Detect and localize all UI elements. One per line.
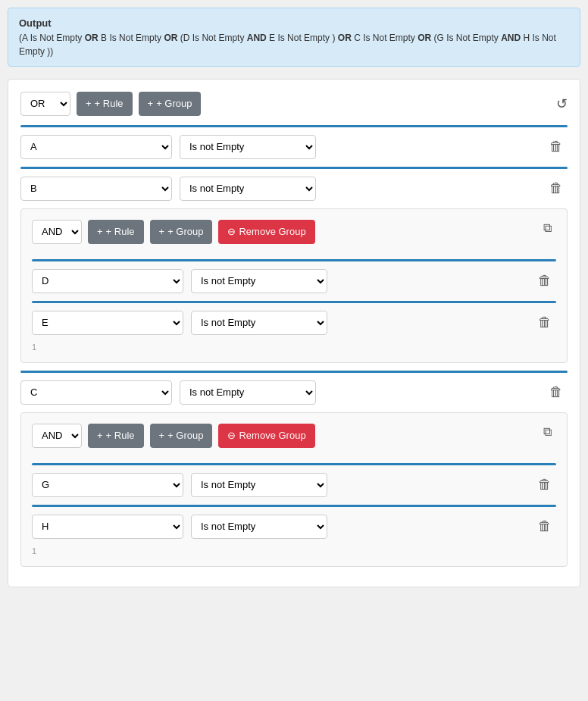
add-rule-label: + Rule: [95, 98, 124, 109]
rule-h-condition-select[interactable]: Is not EmptyIs EmptyEqualsNot EqualsCont…: [191, 515, 327, 539]
rule-e-condition-select[interactable]: Is not EmptyIs EmptyEqualsNot EqualsCont…: [191, 311, 327, 335]
rule-row-g: ABCDEGH Is not EmptyIs EmptyEqualsNot Eq…: [32, 473, 556, 497]
group-1-divider-2: [32, 301, 556, 303]
group-2-footer: 1: [32, 546, 556, 555]
rule-a-delete-button[interactable]: 🗑: [545, 137, 568, 156]
rule-row-b: ABCDEGH Is not EmptyIs EmptyEqualsNot Eq…: [20, 177, 568, 201]
group-1-add-rule-label: + Rule: [106, 226, 135, 237]
rule-d-field-select[interactable]: ABCDEGH: [32, 269, 183, 293]
group-2-add-group-button[interactable]: + + Group: [150, 424, 213, 448]
rule-row-e: ABCDEGH Is not EmptyIs EmptyEqualsNot Eq…: [32, 311, 556, 335]
minus-icon-g1: ⊖: [227, 226, 236, 237]
rule-g-condition-select[interactable]: Is not EmptyIs EmptyEqualsNot EqualsCont…: [191, 473, 327, 497]
root-toolbar: OR AND + + Rule + + Group ↺: [20, 92, 568, 116]
group-1-count: 1: [32, 343, 36, 352]
group-2-count: 1: [32, 546, 36, 555]
rule-row-a: ABCDEGH Is not EmptyIs EmptyEqualsNot Eq…: [20, 135, 568, 159]
group-2: ANDOR + + Rule + + Group ⊖ Remove Group …: [20, 412, 568, 567]
group-1-toolbar: ANDOR + + Rule + + Group ⊖ Remove Group: [32, 220, 315, 244]
group-1-operator-select[interactable]: ANDOR: [32, 220, 82, 244]
group-1-footer: 1: [32, 343, 556, 352]
rule-c-delete-button[interactable]: 🗑: [545, 383, 568, 402]
group-1-add-group-button[interactable]: + + Group: [150, 220, 213, 244]
rule-a-field-select[interactable]: ABCDEGH: [20, 135, 172, 159]
rule-row-c: ABCDEGH Is not EmptyIs EmptyEqualsNot Eq…: [20, 380, 568, 405]
group-2-add-rule-label: + Rule: [106, 430, 135, 441]
rule-d-condition-select[interactable]: Is not EmptyIs EmptyEqualsNot EqualsCont…: [191, 269, 327, 293]
group-2-operator-select[interactable]: ANDOR: [32, 424, 82, 448]
root-add-group-button[interactable]: + + Group: [139, 92, 202, 116]
rule-g-delete-button[interactable]: 🗑: [533, 475, 556, 494]
group-1-add-group-label: + Group: [167, 226, 203, 237]
plus-icon-g2r: +: [97, 430, 103, 441]
group-2-remove-label: Remove Group: [239, 430, 305, 441]
reset-button[interactable]: ↺: [556, 95, 568, 112]
rule-a-condition-select[interactable]: Is not EmptyIs EmptyEqualsNot EqualsCont…: [180, 135, 316, 159]
group-2-add-group-label: + Group: [167, 430, 203, 441]
rule-b-delete-button[interactable]: 🗑: [545, 179, 568, 198]
rule-d-delete-button[interactable]: 🗑: [533, 271, 556, 290]
divider-2: [20, 371, 568, 373]
reset-icon: ↺: [556, 96, 568, 111]
plus-icon: +: [86, 98, 92, 109]
group-2-remove-button[interactable]: ⊖ Remove Group: [218, 424, 314, 448]
group-2-toolbar: ANDOR + + Rule + + Group ⊖ Remove Group: [32, 424, 315, 448]
output-box: Output (A Is Not Empty OR B Is Not Empty…: [8, 8, 580, 67]
group-1: ANDOR + + Rule + + Group ⊖ Remove Group …: [20, 208, 568, 363]
group-1-divider-1: [32, 259, 556, 261]
group-2-divider-2: [32, 505, 556, 507]
rule-c-field-select[interactable]: ABCDEGH: [20, 380, 172, 405]
output-title: Output: [19, 16, 569, 31]
rule-b-field-select[interactable]: ABCDEGH: [20, 177, 172, 201]
group-2-divider-1: [32, 463, 556, 465]
root-operator-select[interactable]: OR AND: [20, 92, 70, 116]
group-1-add-rule-button[interactable]: + + Rule: [88, 220, 144, 244]
output-text: (A Is Not Empty OR B Is Not Empty OR (D …: [19, 31, 569, 58]
plus-icon-g2g: +: [159, 430, 165, 441]
copy-icon-g2: ⧉: [543, 425, 552, 438]
divider-1: [20, 167, 568, 169]
rule-b-condition-select[interactable]: Is not EmptyIs EmptyEqualsNot EqualsCont…: [180, 177, 316, 201]
rule-h-field-select[interactable]: ABCDEGH: [32, 515, 183, 539]
group-2-copy-button[interactable]: ⧉: [539, 424, 556, 440]
main-container: OR AND + + Rule + + Group ↺ ABCDEGH Is n…: [8, 79, 580, 587]
plus-icon-g1g: +: [159, 226, 165, 237]
rule-row-h: ABCDEGH Is not EmptyIs EmptyEqualsNot Eq…: [32, 515, 556, 539]
root-add-rule-button[interactable]: + + Rule: [77, 92, 133, 116]
group-1-copy-button[interactable]: ⧉: [539, 220, 556, 236]
group-2-header: ANDOR + + Rule + + Group ⊖ Remove Group …: [32, 424, 556, 455]
rule-c-condition-select[interactable]: Is not EmptyIs EmptyEqualsNot EqualsCont…: [180, 380, 316, 405]
group-1-header: ANDOR + + Rule + + Group ⊖ Remove Group …: [32, 220, 556, 252]
minus-icon-g2: ⊖: [227, 430, 236, 441]
copy-icon-g1: ⧉: [543, 221, 552, 234]
plus-icon-2: +: [148, 98, 154, 109]
rule-h-delete-button[interactable]: 🗑: [533, 517, 556, 536]
rule-e-field-select[interactable]: ABCDEGH: [32, 311, 183, 335]
group-1-remove-label: Remove Group: [239, 226, 305, 237]
root-divider: [20, 125, 568, 127]
add-group-label: + Group: [156, 98, 192, 109]
group-2-add-rule-button[interactable]: + + Rule: [88, 424, 144, 448]
rule-g-field-select[interactable]: ABCDEGH: [32, 473, 183, 497]
rule-row-d: ABCDEGH Is not EmptyIs EmptyEqualsNot Eq…: [32, 269, 556, 293]
group-1-remove-button[interactable]: ⊖ Remove Group: [218, 220, 314, 244]
rule-e-delete-button[interactable]: 🗑: [533, 313, 556, 332]
plus-icon-g1r: +: [97, 226, 103, 237]
